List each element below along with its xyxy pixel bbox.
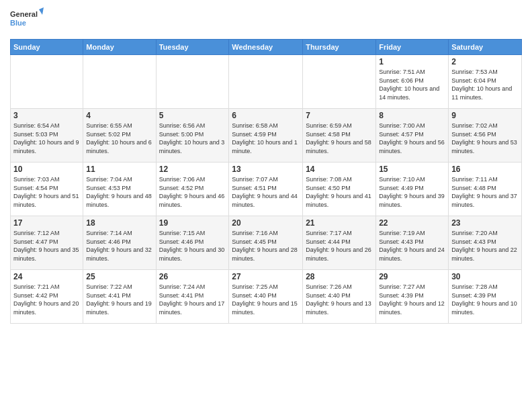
day-info: Sunrise: 6:54 AMSunset: 5:03 PMDaylight:… [13, 122, 80, 155]
day-info: Sunrise: 7:00 AMSunset: 4:57 PMDaylight:… [379, 122, 445, 155]
day-number: 28 [306, 272, 373, 281]
day-info: Sunrise: 7:26 AMSunset: 4:40 PMDaylight:… [306, 283, 373, 316]
calendar-cell: 7Sunrise: 6:59 AMSunset: 4:58 PMDaylight… [303, 109, 376, 163]
day-info: Sunrise: 7:06 AMSunset: 4:52 PMDaylight:… [159, 175, 226, 209]
calendar-cell: 24Sunrise: 7:21 AMSunset: 4:42 PMDayligh… [11, 270, 83, 324]
day-header-saturday: Saturday [449, 40, 522, 55]
day-number: 25 [86, 272, 152, 281]
svg-text:Blue: Blue [10, 19, 26, 27]
calendar-cell: 21Sunrise: 7:17 AMSunset: 4:44 PMDayligh… [303, 216, 376, 270]
day-info: Sunrise: 7:14 AMSunset: 4:46 PMDaylight:… [86, 229, 152, 263]
day-info: Sunrise: 7:12 AMSunset: 4:47 PMDaylight:… [13, 229, 80, 263]
day-info: Sunrise: 7:16 AMSunset: 4:45 PMDaylight:… [232, 229, 300, 263]
day-number: 3 [13, 111, 80, 120]
calendar-table: SundayMondayTuesdayWednesdayThursdayFrid… [10, 39, 522, 324]
calendar-cell: 9Sunrise: 7:02 AMSunset: 4:56 PMDaylight… [449, 109, 522, 163]
calendar-cell: 8Sunrise: 7:00 AMSunset: 4:57 PMDaylight… [376, 109, 449, 163]
day-number: 11 [86, 165, 152, 174]
day-number: 14 [306, 165, 373, 174]
day-info: Sunrise: 7:10 AMSunset: 4:49 PMDaylight:… [379, 175, 445, 209]
day-info: Sunrise: 7:27 AMSunset: 4:39 PMDaylight:… [379, 283, 445, 316]
calendar-week-2: 3Sunrise: 6:54 AMSunset: 5:03 PMDaylight… [11, 109, 522, 163]
calendar-cell: 14Sunrise: 7:08 AMSunset: 4:50 PMDayligh… [303, 163, 376, 216]
calendar-cell: 1Sunrise: 7:51 AMSunset: 6:06 PMDaylight… [376, 55, 449, 109]
day-number: 2 [451, 57, 519, 66]
day-info: Sunrise: 7:15 AMSunset: 4:46 PMDaylight:… [159, 229, 226, 263]
day-number: 1 [379, 57, 445, 66]
calendar-cell [83, 55, 156, 109]
day-info: Sunrise: 7:21 AMSunset: 4:42 PMDaylight:… [13, 283, 80, 316]
svg-text:General: General [10, 10, 38, 18]
calendar-cell: 6Sunrise: 6:58 AMSunset: 4:59 PMDaylight… [229, 109, 303, 163]
logo: General Blue [10, 7, 44, 34]
day-number: 22 [379, 218, 445, 228]
day-info: Sunrise: 7:11 AMSunset: 4:48 PMDaylight:… [451, 175, 519, 209]
day-number: 24 [13, 272, 80, 281]
day-number: 16 [451, 165, 519, 174]
day-number: 5 [159, 111, 226, 120]
calendar-cell: 25Sunrise: 7:22 AMSunset: 4:41 PMDayligh… [83, 270, 156, 324]
day-header-wednesday: Wednesday [229, 40, 303, 55]
day-info: Sunrise: 6:59 AMSunset: 4:58 PMDaylight:… [306, 122, 373, 155]
day-info: Sunrise: 7:25 AMSunset: 4:40 PMDaylight:… [232, 283, 300, 316]
day-number: 8 [379, 111, 445, 120]
calendar-cell: 4Sunrise: 6:55 AMSunset: 5:02 PMDaylight… [83, 109, 156, 163]
day-number: 9 [451, 111, 519, 120]
day-number: 4 [86, 111, 152, 120]
calendar-week-4: 17Sunrise: 7:12 AMSunset: 4:47 PMDayligh… [11, 216, 522, 270]
day-info: Sunrise: 6:58 AMSunset: 4:59 PMDaylight:… [232, 122, 300, 155]
day-info: Sunrise: 7:51 AMSunset: 6:06 PMDaylight:… [379, 68, 445, 101]
day-number: 30 [451, 272, 519, 281]
day-number: 21 [306, 218, 373, 228]
day-info: Sunrise: 7:24 AMSunset: 4:41 PMDaylight:… [159, 283, 226, 316]
calendar-cell [303, 55, 376, 109]
calendar-cell: 13Sunrise: 7:07 AMSunset: 4:51 PMDayligh… [229, 163, 303, 216]
calendar-cell [11, 55, 83, 109]
day-number: 12 [159, 165, 226, 174]
day-number: 6 [232, 111, 300, 120]
calendar-cell: 12Sunrise: 7:06 AMSunset: 4:52 PMDayligh… [156, 163, 229, 216]
day-header-friday: Friday [376, 40, 449, 55]
calendar-cell [229, 55, 303, 109]
calendar-cell: 18Sunrise: 7:14 AMSunset: 4:46 PMDayligh… [83, 216, 156, 270]
calendar-cell: 22Sunrise: 7:19 AMSunset: 4:43 PMDayligh… [376, 216, 449, 270]
calendar-cell: 29Sunrise: 7:27 AMSunset: 4:39 PMDayligh… [376, 270, 449, 324]
calendar-week-5: 24Sunrise: 7:21 AMSunset: 4:42 PMDayligh… [11, 270, 522, 324]
page-header: General Blue [10, 7, 522, 34]
day-number: 13 [232, 165, 300, 174]
calendar-cell: 20Sunrise: 7:16 AMSunset: 4:45 PMDayligh… [229, 216, 303, 270]
day-number: 27 [232, 272, 300, 281]
day-info: Sunrise: 7:53 AMSunset: 6:04 PMDaylight:… [451, 68, 519, 101]
day-number: 19 [159, 218, 226, 228]
calendar-cell: 28Sunrise: 7:26 AMSunset: 4:40 PMDayligh… [303, 270, 376, 324]
day-number: 29 [379, 272, 445, 281]
day-info: Sunrise: 7:17 AMSunset: 4:44 PMDaylight:… [306, 229, 373, 263]
calendar-cell: 5Sunrise: 6:56 AMSunset: 5:00 PMDaylight… [156, 109, 229, 163]
svg-marker-2 [39, 7, 44, 15]
day-info: Sunrise: 7:08 AMSunset: 4:50 PMDaylight:… [306, 175, 373, 209]
day-number: 23 [451, 218, 519, 228]
calendar-week-1: 1Sunrise: 7:51 AMSunset: 6:06 PMDaylight… [11, 55, 522, 109]
day-number: 17 [13, 218, 80, 228]
day-info: Sunrise: 6:55 AMSunset: 5:02 PMDaylight:… [86, 122, 152, 155]
day-info: Sunrise: 7:02 AMSunset: 4:56 PMDaylight:… [451, 122, 519, 155]
calendar-cell: 11Sunrise: 7:04 AMSunset: 4:53 PMDayligh… [83, 163, 156, 216]
calendar-cell: 23Sunrise: 7:20 AMSunset: 4:43 PMDayligh… [449, 216, 522, 270]
day-info: Sunrise: 7:07 AMSunset: 4:51 PMDaylight:… [232, 175, 300, 209]
calendar-cell: 2Sunrise: 7:53 AMSunset: 6:04 PMDaylight… [449, 55, 522, 109]
day-info: Sunrise: 7:19 AMSunset: 4:43 PMDaylight:… [379, 229, 445, 263]
calendar-cell: 17Sunrise: 7:12 AMSunset: 4:47 PMDayligh… [11, 216, 83, 270]
day-header-sunday: Sunday [11, 40, 83, 55]
calendar-cell: 30Sunrise: 7:28 AMSunset: 4:39 PMDayligh… [449, 270, 522, 324]
day-info: Sunrise: 7:28 AMSunset: 4:39 PMDaylight:… [451, 283, 519, 316]
calendar-week-3: 10Sunrise: 7:03 AMSunset: 4:54 PMDayligh… [11, 163, 522, 216]
calendar-header-row: SundayMondayTuesdayWednesdayThursdayFrid… [11, 40, 522, 55]
calendar-cell: 15Sunrise: 7:10 AMSunset: 4:49 PMDayligh… [376, 163, 449, 216]
day-header-monday: Monday [83, 40, 156, 55]
day-number: 26 [159, 272, 226, 281]
calendar-cell: 26Sunrise: 7:24 AMSunset: 4:41 PMDayligh… [156, 270, 229, 324]
day-info: Sunrise: 7:20 AMSunset: 4:43 PMDaylight:… [451, 229, 519, 263]
day-info: Sunrise: 6:56 AMSunset: 5:00 PMDaylight:… [159, 122, 226, 155]
calendar-cell: 3Sunrise: 6:54 AMSunset: 5:03 PMDaylight… [11, 109, 83, 163]
calendar-cell: 19Sunrise: 7:15 AMSunset: 4:46 PMDayligh… [156, 216, 229, 270]
